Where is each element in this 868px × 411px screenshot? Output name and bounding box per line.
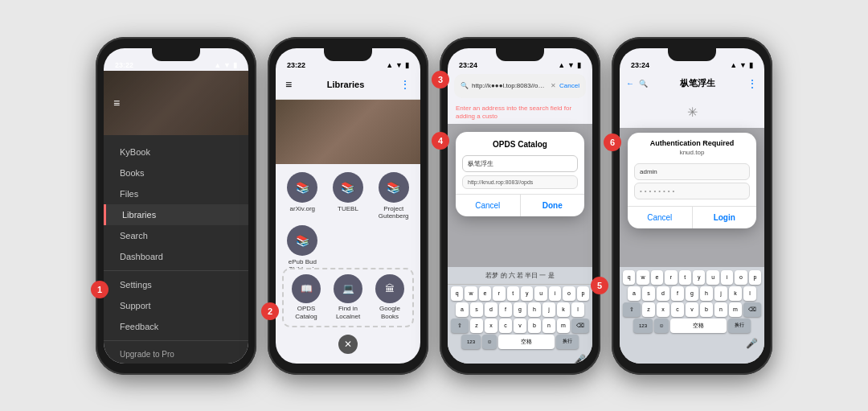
key-confirm-4[interactable]: 换行 — [728, 319, 751, 333]
auth-username-field[interactable]: admin — [634, 163, 750, 180]
key-k4[interactable]: k — [729, 286, 742, 301]
key-w4[interactable]: w — [637, 270, 649, 285]
key-a[interactable]: a — [456, 302, 469, 317]
mic-icon[interactable]: 🎤 — [574, 354, 586, 364]
key-d[interactable]: d — [485, 302, 497, 317]
menu-item-upgrade[interactable]: Upgrade to Pro — [104, 344, 248, 364]
key-x4[interactable]: x — [657, 302, 669, 317]
hamburger-icon-2[interactable]: ≡ — [285, 78, 292, 91]
key-emoji-4[interactable]: ☺ — [654, 319, 669, 333]
add-opds[interactable]: 📖 OPDS Catalog — [287, 274, 326, 320]
key-b[interactable]: b — [528, 319, 541, 333]
opds-url-field[interactable]: http://knud.rop:8083//opds — [462, 175, 578, 189]
key-k[interactable]: k — [557, 302, 570, 317]
key-q[interactable]: q — [451, 286, 463, 301]
key-confirm[interactable]: 换行 — [556, 335, 579, 349]
key-x[interactable]: x — [485, 319, 497, 333]
menu-item-kybook[interactable]: KyBook — [104, 142, 248, 162]
hamburger-icon[interactable]: ≡ — [113, 97, 120, 109]
key-j4[interactable]: j — [714, 286, 727, 301]
key-c4[interactable]: c — [671, 302, 684, 317]
key-e[interactable]: e — [479, 286, 491, 301]
back-button-4[interactable]: ← — [626, 79, 634, 88]
add-localnet[interactable]: 💻 Find in Localnet — [329, 274, 367, 320]
menu-item-libraries[interactable]: Libraries — [104, 204, 248, 225]
mic-icon-4[interactable]: 🎤 — [746, 338, 758, 349]
auth-login-btn[interactable]: Login — [693, 207, 757, 228]
key-l4[interactable]: l — [743, 286, 756, 301]
key-p[interactable]: p — [577, 286, 589, 301]
key-m4[interactable]: m — [729, 302, 742, 317]
key-p4[interactable]: p — [749, 270, 761, 285]
key-t4[interactable]: t — [679, 270, 691, 285]
opds-cancel-btn[interactable]: Cancel — [456, 195, 520, 216]
key-s4[interactable]: s — [642, 286, 655, 301]
add-google[interactable]: 🏛 Google Books — [371, 274, 409, 320]
menu-item-support[interactable]: Support — [104, 295, 248, 316]
key-a4[interactable]: a — [628, 286, 641, 301]
key-i4[interactable]: i — [721, 270, 733, 285]
p3-search-bar[interactable]: 🔍 http://k●●●l.top:8083//opds ✕ Cancel — [454, 74, 586, 98]
key-space[interactable]: 空格 — [498, 335, 555, 349]
menu-item-settings[interactable]: Settings — [104, 274, 248, 295]
key-g4[interactable]: g — [686, 286, 698, 301]
menu-item-search[interactable]: Search — [104, 225, 248, 246]
key-f[interactable]: f — [499, 302, 512, 317]
key-o[interactable]: o — [563, 286, 575, 301]
key-y[interactable]: y — [521, 286, 533, 301]
key-backspace4[interactable]: ⌫ — [743, 302, 761, 317]
opds-done-btn[interactable]: Done — [521, 195, 585, 216]
key-t[interactable]: t — [507, 286, 519, 301]
key-o4[interactable]: o — [735, 270, 747, 285]
lib-arxiv[interactable]: 📚 arXiv.org — [282, 172, 323, 220]
more-icon-2[interactable]: ⋮ — [399, 78, 411, 91]
key-v4[interactable]: v — [686, 302, 698, 317]
key-r4[interactable]: r — [665, 270, 677, 285]
url-clear-icon[interactable]: ✕ — [551, 82, 556, 89]
key-i[interactable]: i — [549, 286, 561, 301]
more-icon-4[interactable]: ⋮ — [747, 77, 758, 90]
key-b4[interactable]: b — [700, 302, 713, 317]
key-w[interactable]: w — [465, 286, 477, 301]
key-z4[interactable]: z — [642, 302, 655, 317]
key-s[interactable]: s — [470, 302, 483, 317]
key-u[interactable]: u — [534, 286, 547, 301]
lib-epubbud[interactable]: 📚 ePub Bud Children's books — [282, 225, 323, 269]
lib-gutenberg[interactable]: 📚 Project Gutenberg — [373, 172, 414, 220]
menu-item-books[interactable]: Books — [104, 162, 248, 183]
key-j[interactable]: j — [542, 302, 555, 317]
key-space-4[interactable]: 空格 — [670, 319, 727, 333]
key-r[interactable]: r — [493, 286, 505, 301]
key-c[interactable]: c — [499, 319, 512, 333]
key-shift4[interactable]: ⇧ — [623, 302, 641, 317]
menu-item-dashboard[interactable]: Dashboard — [104, 246, 248, 267]
key-123[interactable]: 123 — [461, 335, 481, 349]
close-button[interactable]: ✕ — [338, 335, 358, 354]
auth-password-field[interactable]: •••••••• — [634, 183, 750, 199]
key-q4[interactable]: q — [623, 270, 635, 285]
key-shift[interactable]: ⇧ — [451, 319, 469, 333]
key-n4[interactable]: n — [714, 302, 727, 317]
key-emoji[interactable]: ☺ — [482, 335, 497, 349]
key-g[interactable]: g — [514, 302, 526, 317]
menu-item-files[interactable]: Files — [104, 183, 248, 204]
key-123-4[interactable]: 123 — [633, 319, 653, 333]
key-u4[interactable]: u — [706, 270, 719, 285]
menu-item-feedback[interactable]: Feedback — [104, 316, 248, 337]
search-icon-4[interactable]: 🔍 — [639, 80, 648, 88]
key-h4[interactable]: h — [700, 286, 713, 301]
key-backspace[interactable]: ⌫ — [571, 319, 589, 333]
key-z[interactable]: z — [470, 319, 483, 333]
key-e4[interactable]: e — [651, 270, 663, 285]
auth-cancel-btn[interactable]: Cancel — [628, 207, 692, 228]
key-m[interactable]: m — [557, 319, 570, 333]
opds-name-field[interactable]: 枞笔浮生 — [462, 155, 578, 172]
key-f4[interactable]: f — [671, 286, 684, 301]
key-v[interactable]: v — [514, 319, 526, 333]
key-h[interactable]: h — [528, 302, 541, 317]
lib-tuebl[interactable]: 📚 TUEBL — [328, 172, 369, 220]
key-n[interactable]: n — [542, 319, 555, 333]
key-d4[interactable]: d — [657, 286, 669, 301]
key-l[interactable]: l — [571, 302, 584, 317]
cancel-button-3[interactable]: Cancel — [559, 82, 579, 89]
